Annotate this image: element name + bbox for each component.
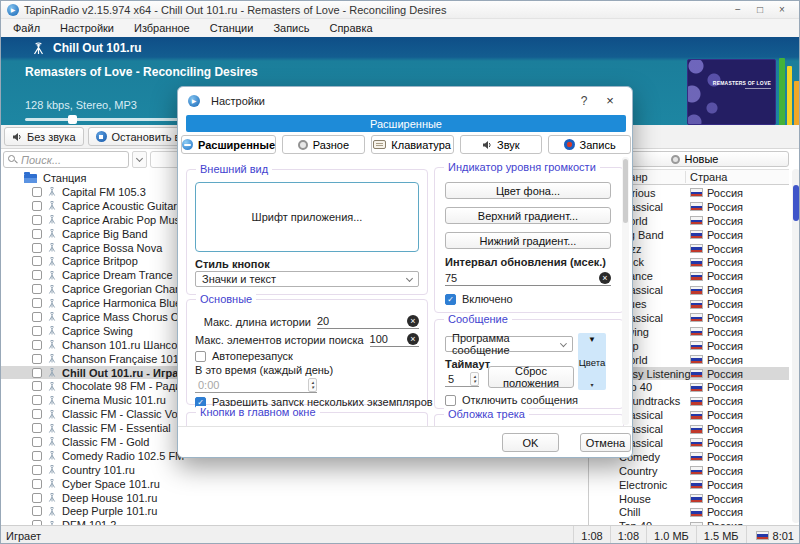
station-checkbox[interactable] — [32, 215, 42, 225]
top-gradient-button[interactable]: Верхний градиент... — [445, 207, 611, 224]
bottom-gradient-button[interactable]: Нижний градиент... — [445, 232, 611, 249]
station-label: Cyber Space 101.ru — [62, 478, 160, 490]
station-label: Caprice Gregorian Chants — [62, 283, 190, 295]
station-checkbox[interactable] — [32, 298, 42, 308]
genre-row[interactable]: CountryРоссия — [599, 464, 789, 478]
tab-3[interactable]: Звук — [460, 135, 543, 154]
genre-cell: Country — [619, 465, 690, 477]
station-checkbox[interactable] — [32, 479, 42, 489]
autorestart-checkbox[interactable] — [195, 351, 206, 362]
status-bar: Играет 1:081:081.0 МБ1.5 МБ 8:01 — [1, 525, 799, 544]
station-row[interactable]: Cyber Space 101.ru — [1, 477, 589, 491]
button-style-select[interactable]: Значки и текст — [195, 271, 419, 287]
spinner-arrows-icon[interactable]: ▴▾ — [470, 372, 479, 386]
disable-messages-checkbox[interactable] — [445, 395, 456, 406]
indicator-enabled-row[interactable]: ✓ Включено — [445, 293, 513, 305]
settings-dialog: ▶ Настройки ? × Расширенные РасширенныеР… — [177, 86, 633, 458]
station-checkbox[interactable] — [32, 187, 42, 197]
search-dropdown-button[interactable] — [132, 151, 147, 168]
message-program-select[interactable]: Программа сообщение — [445, 336, 573, 352]
station-checkbox[interactable] — [32, 506, 42, 516]
clear-icon[interactable]: × — [407, 315, 419, 327]
close-button[interactable]: × — [771, 4, 793, 15]
tab-4[interactable]: Запись — [548, 135, 631, 154]
station-checkbox[interactable] — [32, 451, 42, 461]
genre-scrollbar[interactable] — [792, 169, 800, 523]
station-checkbox[interactable] — [32, 354, 42, 364]
search-input[interactable] — [21, 154, 124, 166]
dialog-close-button[interactable]: × — [600, 93, 620, 108]
station-checkbox[interactable] — [32, 437, 42, 447]
station-checkbox[interactable] — [32, 409, 42, 419]
dialog-help-button[interactable]: ? — [574, 94, 594, 108]
station-row[interactable]: Deep House 101.ru — [1, 491, 589, 505]
station-checkbox[interactable] — [32, 423, 42, 433]
menu-item[interactable]: Настройки — [50, 19, 124, 37]
genre-row[interactable]: ChillРоссия — [599, 505, 789, 519]
disable-messages-row[interactable]: Отключить сообщения — [445, 394, 578, 406]
colors-dropdown-arrow-icon[interactable]: ▼ — [588, 335, 596, 344]
autorestart-row[interactable]: Автоперезапуск — [195, 350, 293, 362]
maximize-button[interactable]: □ — [749, 4, 771, 15]
menu-item[interactable]: Станции — [200, 19, 264, 37]
station-checkbox[interactable] — [32, 493, 42, 503]
russia-flag-icon — [690, 244, 703, 253]
station-checkbox[interactable] — [32, 381, 42, 391]
restart-time-spinner[interactable]: 0:00 ▴▾ — [195, 378, 317, 393]
station-checkbox[interactable] — [32, 284, 42, 294]
station-label: Caprice Dream Trance — [62, 269, 173, 281]
mute-button[interactable]: Без звука — [4, 127, 84, 146]
dialog-footer: OK Отмена — [178, 426, 632, 457]
menu-item[interactable]: Файл — [3, 19, 50, 37]
volume-slider-handle[interactable] — [68, 115, 77, 124]
station-row[interactable]: Deep Purple 101.ru — [1, 504, 589, 518]
station-row[interactable]: Country 101.ru — [1, 463, 589, 477]
genre-row[interactable]: ElectronicРоссия — [599, 478, 789, 492]
clear-icon[interactable]: × — [599, 272, 611, 284]
dialog-scrollbar[interactable] — [622, 157, 629, 425]
album-art-pattern — [687, 59, 732, 125]
station-checkbox[interactable] — [32, 312, 42, 322]
tab-2[interactable]: Клавиатура — [371, 135, 454, 154]
station-checkbox[interactable] — [32, 256, 42, 266]
indicator-enabled-checkbox[interactable]: ✓ — [445, 294, 456, 305]
genre-row[interactable]: HouseРоссия — [599, 492, 789, 506]
station-antenna-icon — [47, 256, 57, 267]
station-antenna-icon — [47, 478, 57, 489]
genre-scrollbar-thumb[interactable] — [793, 185, 799, 221]
spinner-arrows-icon[interactable]: ▴▾ — [308, 378, 317, 392]
dialog-scrollbar-thumb[interactable] — [623, 159, 628, 223]
history-length-input[interactable]: 20 × — [317, 314, 419, 329]
app-font-button[interactable]: Шрифт приложения... — [195, 182, 419, 252]
timeout-spinner[interactable]: 5 ▴▾ — [445, 372, 479, 387]
clear-icon[interactable]: × — [407, 333, 419, 345]
search-history-input[interactable]: 100 × — [370, 332, 419, 347]
station-checkbox[interactable] — [32, 243, 42, 253]
menu-item[interactable]: Справка — [319, 19, 382, 37]
station-checkbox[interactable] — [32, 340, 42, 350]
menu-item[interactable]: Избранное — [124, 19, 200, 37]
station-checkbox[interactable] — [32, 368, 42, 378]
station-checkbox[interactable] — [32, 395, 42, 405]
station-checkbox[interactable] — [32, 201, 42, 211]
station-checkbox[interactable] — [32, 326, 42, 336]
background-color-button[interactable]: Цвет фона... — [445, 182, 611, 199]
colors-dropdown-arrow-small-icon[interactable]: ▾ — [590, 381, 593, 388]
station-checkbox[interactable] — [32, 270, 42, 280]
tab-1[interactable]: Разное — [282, 135, 365, 154]
station-checkbox[interactable] — [32, 229, 42, 239]
tab-0[interactable]: Расширенные — [181, 135, 276, 154]
menu-item[interactable]: Запись — [263, 19, 319, 37]
spectrum-bar — [779, 58, 785, 125]
country-column-header[interactable]: Страна — [685, 171, 789, 183]
reset-position-button[interactable]: Сброс положения — [488, 366, 574, 388]
station-row[interactable]: DFM 101.2 — [1, 518, 589, 525]
update-interval-input[interactable]: 75 × — [445, 271, 611, 286]
cancel-button[interactable]: Отмена — [580, 433, 631, 452]
message-colors-panel[interactable]: ▼ Цвета ▾ — [578, 333, 606, 390]
tab-label: Клавиатура — [391, 139, 451, 151]
ok-button[interactable]: OK — [502, 433, 559, 452]
dialog-tabs: РасширенныеРазноеКлавиатураЗвукЗапись — [181, 135, 631, 154]
minimize-button[interactable]: − — [727, 4, 749, 15]
station-checkbox[interactable] — [32, 465, 42, 475]
